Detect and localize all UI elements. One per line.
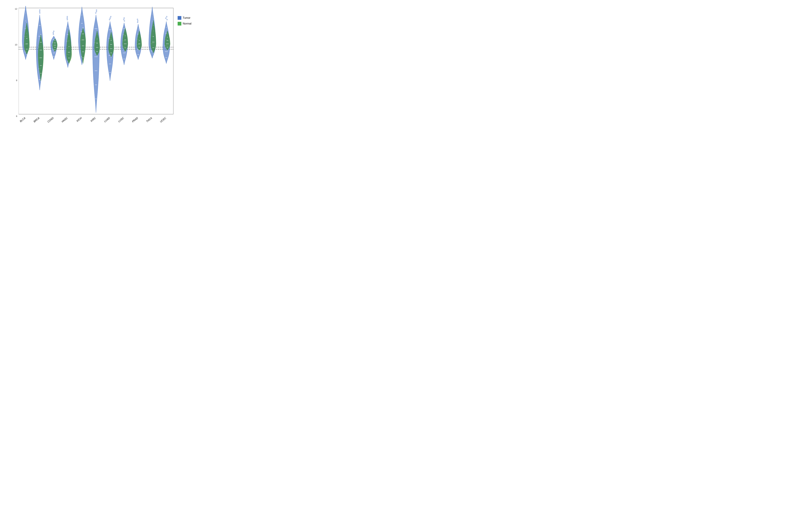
x-axis-label: KIRC [90, 116, 96, 122]
legend-color-box [177, 22, 181, 25]
legend-item: Normal [177, 22, 195, 25]
legend-color-box [177, 16, 181, 20]
plot-with-yaxis: 121086 BLCABRCACOADHNSCKICHKIRCLUADLUSCP… [13, 6, 174, 122]
x-axis-label: THCA [146, 116, 152, 122]
x-axis-label: BRCA [33, 116, 40, 122]
y-tick: 8 [16, 79, 17, 81]
x-axis-label: PRAD [132, 116, 139, 122]
y-tick: 6 [16, 115, 17, 117]
chart-legend: TumorNormal [174, 6, 195, 122]
chart-container: 121086 BLCABRCACOADHNSCKICHKIRCLUADLUSCP… [8, 4, 195, 122]
x-axis-label: COAD [47, 116, 54, 122]
legend-label: Normal [183, 22, 192, 25]
legend-label: Tumor [183, 16, 191, 19]
x-axis-label: UCEC [159, 116, 166, 122]
legend-item: Tumor [177, 16, 195, 20]
x-axis-label: BLCA [19, 116, 26, 122]
chart-body: 121086 BLCABRCACOADHNSCKICHKIRCLUADLUSCP… [8, 6, 195, 122]
y-tick: 10 [15, 44, 17, 46]
x-axis-label: LUAD [104, 116, 110, 122]
plot-svg-area: BLCABRCACOADHNSCKICHKIRCLUADLUSCPRADTHCA… [18, 6, 174, 122]
y-ticks: 121086 [13, 6, 18, 122]
y-axis-label [8, 6, 13, 122]
x-axis-label: LUSC [118, 116, 124, 122]
y-tick: 12 [15, 8, 17, 10]
x-axis-label: HNSC [61, 116, 68, 122]
x-axis-label: KICH [76, 116, 82, 122]
main-chart-svg: BLCABRCACOADHNSCKICHKIRCLUADLUSCPRADTHCA… [18, 6, 174, 122]
